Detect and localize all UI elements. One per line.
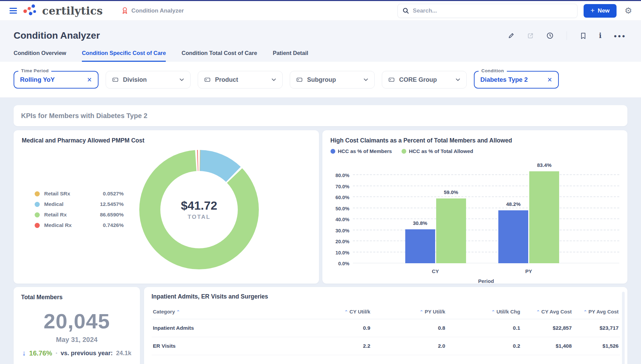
divider xyxy=(567,31,567,40)
history-clock-icon[interactable] xyxy=(546,32,554,39)
legend-swatch xyxy=(35,212,40,217)
bar-cy-hcc-as-of-members[interactable]: 30.8% xyxy=(405,229,435,263)
legend-item-hcc-as-of-members[interactable]: HCC as % of Members xyxy=(331,148,392,154)
legend-label: Retail SRx xyxy=(44,191,82,197)
legend-label: Medical Rx xyxy=(44,222,82,228)
y-tick-label: 10.0% xyxy=(335,250,349,255)
y-tick-label: 60.0% xyxy=(335,195,349,200)
utilization-table-title: Inpatient Admits, ER Visits and Surgerie… xyxy=(152,293,620,300)
search-input[interactable] xyxy=(413,7,572,14)
table-cell: 2.0 xyxy=(372,337,447,355)
clear-filter-icon[interactable]: × xyxy=(547,76,553,84)
table-cell: 2.2 xyxy=(301,337,372,355)
bookmark-icon[interactable] xyxy=(580,32,587,39)
page-title: Condition Analyzer xyxy=(14,30,100,41)
filter-chip-subgroup[interactable]: Subgroup xyxy=(290,71,375,89)
legend-swatch xyxy=(35,223,40,228)
table-cell: Inpatient Admits xyxy=(152,319,301,337)
donut-chart-title: Medical and Pharmacy Allowed PMPM Cost xyxy=(22,137,311,144)
x-category-label-cy: CY xyxy=(432,268,439,274)
total-members-title: Total Members xyxy=(21,294,132,301)
edit-pencil-icon[interactable] xyxy=(508,32,515,39)
y-tick-label: 40.0% xyxy=(335,217,349,222)
filter-value: Diabetes Type 2 xyxy=(480,76,528,83)
table-cell: 0.2 xyxy=(447,337,522,355)
table-cell: 0.1 xyxy=(447,319,522,337)
gridline xyxy=(353,174,620,175)
total-members-value: 20,045 xyxy=(21,309,132,333)
filter-label: CORE Group xyxy=(399,76,437,83)
new-button[interactable]: + New xyxy=(584,4,616,18)
chevron-down-icon xyxy=(271,77,277,83)
bar-chart-plot[interactable]: 30.8%59.0%CY48.2%83.4%PY xyxy=(353,164,620,263)
bar-cy-hcc-as-of-total-allowed[interactable]: 59.0% xyxy=(436,198,466,263)
column-header-cy-util-k[interactable]: ⌃CY Util/k xyxy=(301,304,372,319)
table-cell: $1,526 xyxy=(573,337,620,355)
sort-caret-icon: ⌃ xyxy=(176,309,180,314)
column-header-py-avg-cost[interactable]: ⌃PY Avg Cost xyxy=(573,304,620,319)
kpi-banner-title: KPIs for Members with Diabetes Type 2 xyxy=(21,112,147,120)
column-header-cy-avg-cost[interactable]: ⌃CY Avg Cost xyxy=(521,304,573,319)
bar-py-hcc-as-of-members[interactable]: 48.2% xyxy=(498,210,528,263)
donut-chart[interactable]: $41.72 TOTAL xyxy=(138,149,260,271)
legend-item-retail-rx[interactable]: Retail Rx86.6590% xyxy=(35,212,124,218)
bar-py-hcc-as-of-total-allowed[interactable]: 83.4% xyxy=(529,171,559,263)
gridline xyxy=(353,252,620,252)
legend-item-medical[interactable]: Medical12.5457% xyxy=(35,201,124,207)
award-ribbon-icon xyxy=(121,7,128,15)
filter-chip-core-group[interactable]: CORE Group xyxy=(382,71,467,89)
comparison-label: vs. previous year: xyxy=(61,350,113,357)
filter-chip-product[interactable]: Product xyxy=(198,71,283,89)
sort-caret-icon: ⌃ xyxy=(344,309,348,314)
column-header-util-k-chg[interactable]: ⌃Util/k Chg xyxy=(447,304,522,319)
info-icon[interactable]: i xyxy=(599,32,602,40)
table-scrollbar[interactable] xyxy=(622,292,625,364)
plus-icon: + xyxy=(590,6,594,15)
filter-chip-condition[interactable]: ConditionDiabetes Type 2× xyxy=(474,71,559,89)
legend-value: 86.6590% xyxy=(100,212,124,218)
page-head: Condition Analyzer i ●●● Condition Overv… xyxy=(0,21,641,62)
legend-swatch xyxy=(35,202,40,207)
more-options-icon[interactable]: ●●● xyxy=(614,33,626,39)
table-cell: ER Visits xyxy=(152,337,301,355)
y-tick-label: 50.0% xyxy=(335,206,349,211)
total-members-card: Total Members 20,045 May 31, 2024 ↓ 16.7… xyxy=(14,287,140,364)
y-tick-label: 80.0% xyxy=(335,173,349,178)
hamburger-menu-icon[interactable] xyxy=(10,6,17,15)
legend-item-retail-srx[interactable]: Retail SRx0.0527% xyxy=(35,191,124,197)
table-cell: 0.8 xyxy=(372,319,447,337)
filter-chip-time-period[interactable]: Time PeriodRolling YoY× xyxy=(14,71,99,89)
donut-slice-retail-rx[interactable] xyxy=(150,160,248,259)
table-cell: $1,408 xyxy=(521,337,573,355)
y-tick-label: 70.0% xyxy=(335,184,349,189)
utilization-table: Category⌃⌃CY Util/k⌃PY Util/k⌃Util/k Chg… xyxy=(152,304,620,355)
column-header-py-util-k[interactable]: ⌃PY Util/k xyxy=(372,304,447,319)
tab-condition-total-cost-of-care[interactable]: Condition Total Cost of Care xyxy=(181,50,257,62)
global-search[interactable] xyxy=(397,4,577,18)
clear-filter-icon[interactable]: × xyxy=(87,76,92,84)
open-external-icon[interactable] xyxy=(527,32,534,39)
tab-patient-detail[interactable]: Patient Detail xyxy=(273,50,308,62)
tab-condition-specific-cost-of-care[interactable]: Condition Specific Cost of Care xyxy=(82,50,166,62)
tag-icon xyxy=(388,76,395,83)
gridline xyxy=(353,208,620,208)
breadcrumb-label: Condition Analyzer xyxy=(131,7,184,14)
settings-gear-icon[interactable]: ⚙ xyxy=(625,6,632,15)
sort-caret-icon: ⌃ xyxy=(583,309,587,314)
sort-caret-icon: ⌃ xyxy=(491,309,495,314)
legend-item-medical-rx[interactable]: Medical Rx0.7426% xyxy=(35,222,124,228)
y-tick-label: 0.0% xyxy=(338,261,349,266)
filter-label: Subgroup xyxy=(307,76,336,83)
gridline xyxy=(353,186,620,186)
y-tick-label: 20.0% xyxy=(335,239,349,244)
tag-icon xyxy=(204,76,211,83)
column-header-category[interactable]: Category⌃ xyxy=(152,304,301,319)
breadcrumb[interactable]: Condition Analyzer xyxy=(121,7,184,15)
legend-item-hcc-as-of-total-allowed[interactable]: HCC as % of Total Allowed xyxy=(402,148,473,154)
table-row[interactable]: ER Visits2.22.00.2$1,408$1,526 xyxy=(152,337,620,355)
legend-label: Retail Rx xyxy=(44,212,82,218)
table-row[interactable]: Inpatient Admits0.90.80.1$22,857$23,717 xyxy=(152,319,620,337)
filter-chip-division[interactable]: Division xyxy=(106,71,191,89)
tab-condition-overview[interactable]: Condition Overview xyxy=(14,50,66,62)
bar-chart-title: High Cost Claimants as a Percent of Tota… xyxy=(331,137,620,144)
